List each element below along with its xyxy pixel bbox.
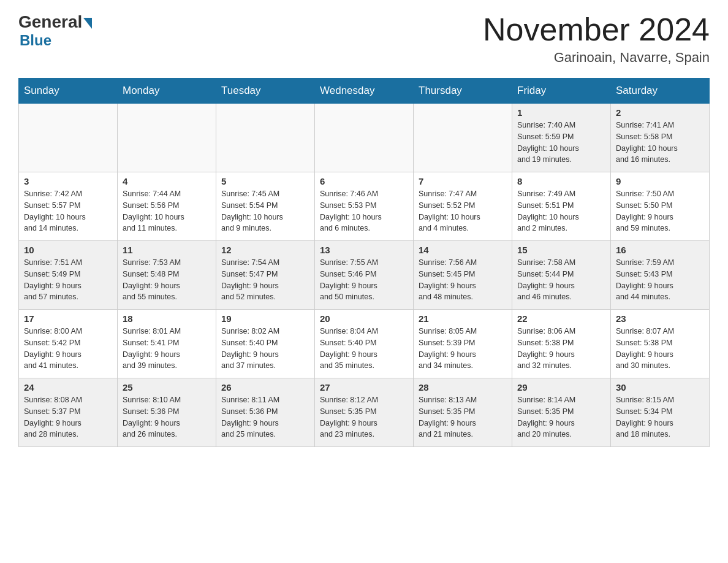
calendar-week-row: 3Sunrise: 7:42 AM Sunset: 5:57 PM Daylig… [19,172,710,241]
calendar-week-row: 17Sunrise: 8:00 AM Sunset: 5:42 PM Dayli… [19,310,710,378]
logo: General Blue [18,12,92,49]
day-number: 22 [517,313,605,324]
calendar-day-cell: 13Sunrise: 7:55 AM Sunset: 5:46 PM Dayli… [315,241,414,310]
day-number: 4 [123,176,211,186]
calendar-header-sunday: Sunday [19,79,118,104]
logo-arrow-icon [83,18,92,29]
day-info: Sunrise: 7:59 AM Sunset: 5:43 PM Dayligh… [616,257,704,303]
calendar-day-cell: 5Sunrise: 7:45 AM Sunset: 5:54 PM Daylig… [216,172,315,241]
calendar-day-cell: 18Sunrise: 8:01 AM Sunset: 5:41 PM Dayli… [118,310,216,378]
calendar-day-cell: 25Sunrise: 8:10 AM Sunset: 5:36 PM Dayli… [118,378,216,447]
calendar-header-tuesday: Tuesday [216,79,315,104]
day-number: 12 [221,245,309,255]
day-number: 2 [616,107,704,118]
day-number: 21 [419,313,507,324]
day-info: Sunrise: 7:56 AM Sunset: 5:45 PM Dayligh… [419,257,507,303]
calendar-day-cell: 14Sunrise: 7:56 AM Sunset: 5:45 PM Dayli… [414,241,512,310]
calendar-day-cell: 1Sunrise: 7:40 AM Sunset: 5:59 PM Daylig… [512,104,611,172]
day-info: Sunrise: 8:06 AM Sunset: 5:38 PM Dayligh… [517,326,605,372]
day-info: Sunrise: 7:50 AM Sunset: 5:50 PM Dayligh… [616,188,704,234]
calendar-day-cell [315,104,414,172]
logo-general-text: General [18,12,92,32]
day-info: Sunrise: 7:46 AM Sunset: 5:53 PM Dayligh… [320,188,408,234]
day-info: Sunrise: 7:47 AM Sunset: 5:52 PM Dayligh… [419,188,507,234]
logo-general-label: General [18,12,82,32]
calendar-day-cell: 11Sunrise: 7:53 AM Sunset: 5:48 PM Dayli… [118,241,216,310]
title-section: November 2024 Garinoain, Navarre, Spain [483,12,710,66]
day-info: Sunrise: 8:02 AM Sunset: 5:40 PM Dayligh… [221,326,309,372]
calendar-table: SundayMondayTuesdayWednesdayThursdayFrid… [18,78,710,447]
day-number: 20 [320,313,408,324]
day-number: 11 [123,245,211,255]
calendar-day-cell: 22Sunrise: 8:06 AM Sunset: 5:38 PM Dayli… [512,310,611,378]
day-info: Sunrise: 8:13 AM Sunset: 5:35 PM Dayligh… [419,394,507,440]
day-number: 10 [24,245,112,255]
day-number: 25 [123,382,211,393]
day-number: 6 [320,176,408,186]
calendar-day-cell: 29Sunrise: 8:14 AM Sunset: 5:35 PM Dayli… [512,378,611,447]
day-info: Sunrise: 7:49 AM Sunset: 5:51 PM Dayligh… [517,188,605,234]
calendar-day-cell: 19Sunrise: 8:02 AM Sunset: 5:40 PM Dayli… [216,310,315,378]
month-title: November 2024 [483,12,710,47]
calendar-day-cell: 17Sunrise: 8:00 AM Sunset: 5:42 PM Dayli… [19,310,118,378]
day-number: 7 [419,176,507,186]
calendar-day-cell [19,104,118,172]
day-number: 14 [419,245,507,255]
day-info: Sunrise: 7:58 AM Sunset: 5:44 PM Dayligh… [517,257,605,303]
day-number: 28 [419,382,507,393]
calendar-day-cell [414,104,512,172]
day-info: Sunrise: 8:05 AM Sunset: 5:39 PM Dayligh… [419,326,507,372]
day-number: 5 [221,176,309,186]
day-info: Sunrise: 7:51 AM Sunset: 5:49 PM Dayligh… [24,257,112,303]
calendar-day-cell: 6Sunrise: 7:46 AM Sunset: 5:53 PM Daylig… [315,172,414,241]
day-number: 13 [320,245,408,255]
day-number: 19 [221,313,309,324]
location-label: Garinoain, Navarre, Spain [483,50,710,66]
calendar-day-cell [216,104,315,172]
day-info: Sunrise: 8:04 AM Sunset: 5:40 PM Dayligh… [320,326,408,372]
day-info: Sunrise: 7:55 AM Sunset: 5:46 PM Dayligh… [320,257,408,303]
day-info: Sunrise: 8:15 AM Sunset: 5:34 PM Dayligh… [616,394,704,440]
day-number: 9 [616,176,704,186]
calendar-header-row: SundayMondayTuesdayWednesdayThursdayFrid… [19,79,710,104]
calendar-day-cell: 3Sunrise: 7:42 AM Sunset: 5:57 PM Daylig… [19,172,118,241]
day-info: Sunrise: 7:44 AM Sunset: 5:56 PM Dayligh… [123,188,211,234]
day-info: Sunrise: 7:42 AM Sunset: 5:57 PM Dayligh… [24,188,112,234]
calendar-day-cell: 8Sunrise: 7:49 AM Sunset: 5:51 PM Daylig… [512,172,611,241]
calendar-day-cell: 20Sunrise: 8:04 AM Sunset: 5:40 PM Dayli… [315,310,414,378]
day-number: 8 [517,176,605,186]
day-info: Sunrise: 8:12 AM Sunset: 5:35 PM Dayligh… [320,394,408,440]
calendar-day-cell: 10Sunrise: 7:51 AM Sunset: 5:49 PM Dayli… [19,241,118,310]
calendar-day-cell: 12Sunrise: 7:54 AM Sunset: 5:47 PM Dayli… [216,241,315,310]
day-info: Sunrise: 7:53 AM Sunset: 5:48 PM Dayligh… [123,257,211,303]
calendar-day-cell: 4Sunrise: 7:44 AM Sunset: 5:56 PM Daylig… [118,172,216,241]
calendar-week-row: 10Sunrise: 7:51 AM Sunset: 5:49 PM Dayli… [19,241,710,310]
day-number: 29 [517,382,605,393]
calendar-header-saturday: Saturday [611,79,710,104]
day-number: 23 [616,313,704,324]
day-number: 3 [24,176,112,186]
day-info: Sunrise: 8:08 AM Sunset: 5:37 PM Dayligh… [24,394,112,440]
day-number: 17 [24,313,112,324]
calendar-day-cell: 16Sunrise: 7:59 AM Sunset: 5:43 PM Dayli… [611,241,710,310]
day-number: 15 [517,245,605,255]
calendar-header-wednesday: Wednesday [315,79,414,104]
calendar-day-cell: 26Sunrise: 8:11 AM Sunset: 5:36 PM Dayli… [216,378,315,447]
day-info: Sunrise: 8:01 AM Sunset: 5:41 PM Dayligh… [123,326,211,372]
day-number: 27 [320,382,408,393]
calendar-day-cell: 30Sunrise: 8:15 AM Sunset: 5:34 PM Dayli… [611,378,710,447]
calendar-day-cell: 23Sunrise: 8:07 AM Sunset: 5:38 PM Dayli… [611,310,710,378]
calendar-day-cell: 9Sunrise: 7:50 AM Sunset: 5:50 PM Daylig… [611,172,710,241]
day-info: Sunrise: 7:45 AM Sunset: 5:54 PM Dayligh… [221,188,309,234]
day-number: 26 [221,382,309,393]
day-info: Sunrise: 7:40 AM Sunset: 5:59 PM Dayligh… [517,120,605,166]
calendar-header-thursday: Thursday [414,79,512,104]
calendar-week-row: 1Sunrise: 7:40 AM Sunset: 5:59 PM Daylig… [19,104,710,172]
day-number: 24 [24,382,112,393]
day-number: 18 [123,313,211,324]
calendar-header-monday: Monday [118,79,216,104]
calendar-day-cell [118,104,216,172]
calendar-day-cell: 7Sunrise: 7:47 AM Sunset: 5:52 PM Daylig… [414,172,512,241]
calendar-header-friday: Friday [512,79,611,104]
logo-blue-label: Blue [20,32,51,49]
